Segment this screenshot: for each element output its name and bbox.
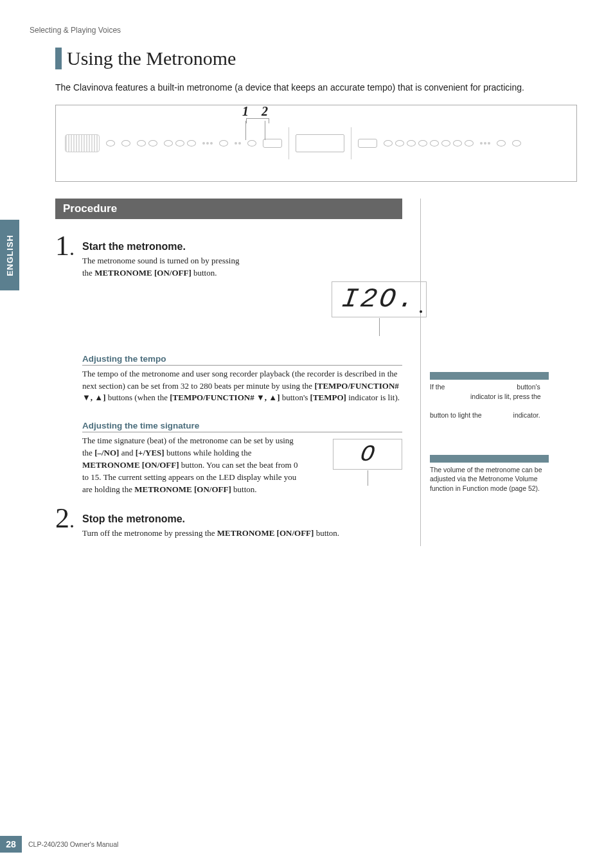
led-pointer-line <box>368 470 368 486</box>
led-beat-dot <box>420 310 422 313</box>
control-panel-diagram: 1 2 <box>55 105 577 182</box>
step-number-1: 1. <box>55 232 82 495</box>
step-2-heading: Stop the metronome. <box>82 513 402 525</box>
language-side-tab: ENGLISH <box>0 220 19 290</box>
page-footer: 28 CLP-240/230 Owner's Manual <box>0 836 118 853</box>
procedure-step-1: 1. Start the metronome. The metronome so… <box>55 232 402 495</box>
adjusting-time-signature-heading: Adjusting the time signature <box>82 421 402 430</box>
side-notes-column: If the [TEMPO/FUNCTION#] button's [FUNCT… <box>420 199 549 546</box>
footer-text: CLP-240/230 Owner's Manual <box>28 840 118 848</box>
section-intro: The Clavinova features a built-in metron… <box>55 81 556 94</box>
tip-text: If the [TEMPO/FUNCTION#] button's [FUNCT… <box>430 382 549 420</box>
led-display-beat-value: O <box>359 441 376 468</box>
adjusting-tempo-heading: Adjusting the tempo <box>82 354 402 364</box>
led-pointer-line <box>379 318 380 336</box>
step-number-2: 2. <box>55 504 82 540</box>
rule <box>82 365 402 366</box>
tip-box-tempo-indicator: If the [TEMPO/FUNCTION#] button's [FUNCT… <box>430 372 549 420</box>
led-display-value: I2O. <box>339 284 419 315</box>
led-display-beat: O <box>333 439 402 470</box>
diagram-callout-1: 1 <box>242 104 249 119</box>
section-title-row: Using the Metronome <box>55 48 577 69</box>
diagram-bracket <box>246 118 269 123</box>
procedure-heading: Procedure <box>55 199 402 219</box>
panel-art <box>65 127 521 159</box>
page-number: 28 <box>0 836 22 853</box>
step-1-heading: Start the metronome. <box>82 241 402 252</box>
tip-label-bar <box>430 372 549 380</box>
tip-label-bar <box>430 455 549 463</box>
tip-text: The volume of the metronome can be adjus… <box>430 465 549 493</box>
running-head: Selecting & Playing Voices <box>30 26 577 35</box>
led-display-tempo: I2O. <box>332 281 427 317</box>
rule <box>82 432 402 432</box>
tip-box-metronome-volume: The volume of the metronome can be adjus… <box>430 455 549 493</box>
diagram-callout-2: 2 <box>262 104 268 119</box>
language-side-tab-label: ENGLISH <box>5 235 15 276</box>
step-1-text: The metronome sound is turned on by pres… <box>82 255 301 279</box>
step-2-text: Turn off the metronome by pressing the M… <box>82 527 402 540</box>
title-accent-bar <box>55 48 62 69</box>
procedure-step-2: 2. Stop the metronome. Turn off the metr… <box>55 504 402 540</box>
section-title: Using the Metronome <box>67 48 236 69</box>
adjusting-time-signature-text: The time signature (beat) of the metrono… <box>82 435 301 495</box>
adjusting-tempo-text: The tempo of the metronome and user song… <box>82 368 402 405</box>
